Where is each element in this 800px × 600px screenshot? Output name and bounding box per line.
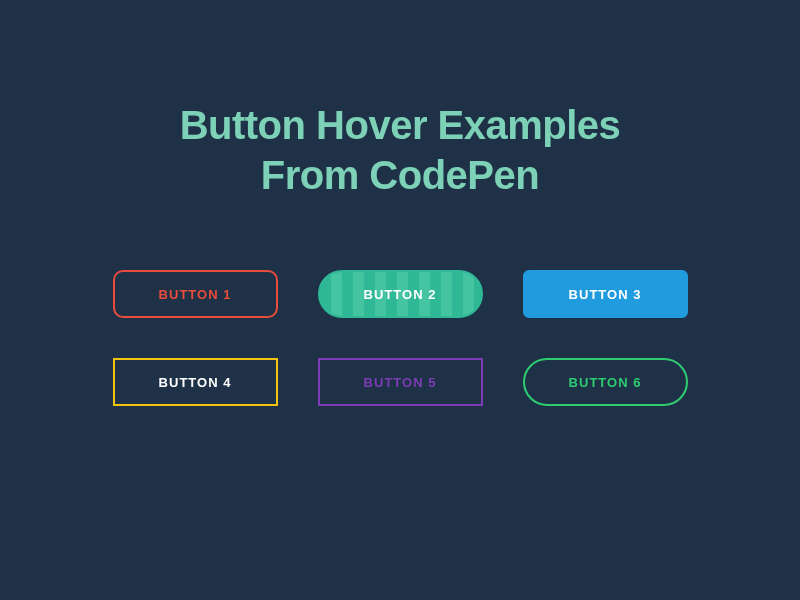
button-4[interactable]: BUTTON 4	[113, 358, 278, 406]
button-3[interactable]: BUTTON 3	[523, 270, 688, 318]
button-grid: BUTTON 1 BUTTON 2 BUTTON 3 BUTTON 4 BUTT…	[113, 270, 688, 406]
button-6[interactable]: BUTTON 6	[523, 358, 688, 406]
title-line-1: Button Hover Examples	[180, 103, 621, 147]
title-line-2: From CodePen	[261, 153, 539, 197]
page-title: Button Hover Examples From CodePen	[180, 100, 621, 200]
button-2[interactable]: BUTTON 2	[318, 270, 483, 318]
button-1[interactable]: BUTTON 1	[113, 270, 278, 318]
button-5[interactable]: BUTTON 5	[318, 358, 483, 406]
